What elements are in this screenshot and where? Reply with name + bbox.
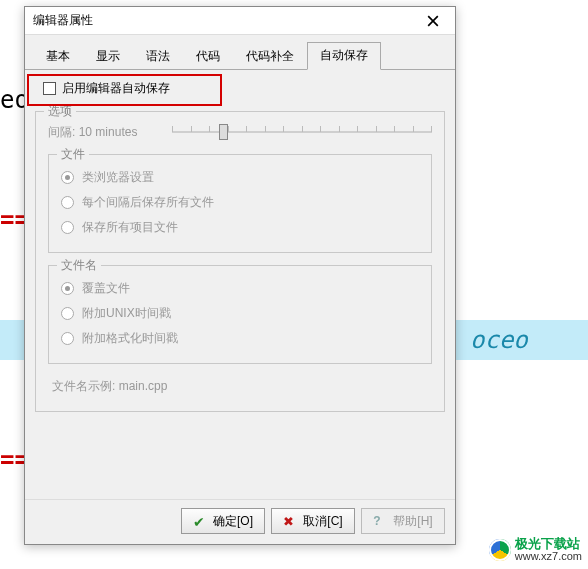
radio-icon[interactable] xyxy=(61,282,74,295)
interval-row: 间隔: 10 minutes xyxy=(48,122,432,142)
interval-slider[interactable] xyxy=(172,122,432,142)
tab-complete[interactable]: 代码补全 xyxy=(233,43,307,70)
cancel-button[interactable]: 取消[C] xyxy=(271,508,355,534)
radio-icon[interactable] xyxy=(61,332,74,345)
watermark: 极光下载站 www.xz7.com xyxy=(489,537,582,563)
ok-label: 确定[O] xyxy=(213,513,253,530)
x-icon xyxy=(283,514,297,528)
options-group: 选项 间隔: 10 minutes 文件 类浏览器设置 xyxy=(35,111,445,412)
help-label: 帮助[H] xyxy=(393,513,432,530)
window-title: 编辑器属性 xyxy=(33,12,93,29)
radio-label: 每个间隔后保存所有文件 xyxy=(82,194,214,211)
close-icon[interactable] xyxy=(417,10,449,32)
files-legend: 文件 xyxy=(57,146,89,163)
radio-label: 附加格式化时间戳 xyxy=(82,330,178,347)
radio-label: 附加UNIX时间戳 xyxy=(82,305,171,322)
tab-bar: 基本 显示 语法 代码 代码补全 自动保存 xyxy=(25,35,455,70)
enable-autosave-label: 启用编辑器自动保存 xyxy=(62,80,170,97)
editor-properties-dialog: 编辑器属性 基本 显示 语法 代码 代码补全 自动保存 启用编辑器自动保存 选项… xyxy=(24,6,456,545)
watermark-url: www.xz7.com xyxy=(515,550,582,563)
filename-example: 文件名示例: main.cpp xyxy=(48,364,432,399)
radio-icon[interactable] xyxy=(61,307,74,320)
filename-group: 文件名 覆盖文件 附加UNIX时间戳 附加格式化时间戳 xyxy=(48,265,432,364)
tab-syntax[interactable]: 语法 xyxy=(133,43,183,70)
options-legend: 选项 xyxy=(44,103,76,120)
radio-label: 覆盖文件 xyxy=(82,280,130,297)
radio-icon[interactable] xyxy=(61,171,74,184)
files-option-project[interactable]: 保存所有项目文件 xyxy=(61,215,419,240)
tab-autosave[interactable]: 自动保存 xyxy=(307,42,381,70)
filename-legend: 文件名 xyxy=(57,257,101,274)
slider-thumb[interactable] xyxy=(219,124,228,140)
radio-label: 类浏览器设置 xyxy=(82,169,154,186)
watermark-logo-icon xyxy=(489,539,511,561)
filename-option-overwrite[interactable]: 覆盖文件 xyxy=(61,276,419,301)
watermark-name: 极光下载站 xyxy=(515,537,582,550)
cancel-label: 取消[C] xyxy=(303,513,342,530)
filename-option-unix[interactable]: 附加UNIX时间戳 xyxy=(61,301,419,326)
dialog-buttons: 确定[O] 取消[C] 帮助[H] xyxy=(25,499,455,544)
files-option-browser[interactable]: 类浏览器设置 xyxy=(61,165,419,190)
help-button[interactable]: 帮助[H] xyxy=(361,508,445,534)
tab-code[interactable]: 代码 xyxy=(183,43,233,70)
titlebar: 编辑器属性 xyxy=(25,7,455,35)
enable-autosave-checkbox[interactable] xyxy=(43,82,56,95)
radio-icon[interactable] xyxy=(61,196,74,209)
ok-button[interactable]: 确定[O] xyxy=(181,508,265,534)
interval-label: 间隔: 10 minutes xyxy=(48,124,158,141)
radio-icon[interactable] xyxy=(61,221,74,234)
radio-label: 保存所有项目文件 xyxy=(82,219,178,236)
help-icon xyxy=(373,514,387,528)
files-option-all[interactable]: 每个间隔后保存所有文件 xyxy=(61,190,419,215)
filename-option-fmt[interactable]: 附加格式化时间戳 xyxy=(61,326,419,351)
enable-autosave-row[interactable]: 启用编辑器自动保存 xyxy=(35,76,445,105)
tab-content: 启用编辑器自动保存 选项 间隔: 10 minutes 文件 类浏 xyxy=(25,70,455,499)
check-icon xyxy=(193,514,207,528)
files-group: 文件 类浏览器设置 每个间隔后保存所有文件 保存所有项目文件 xyxy=(48,154,432,253)
tab-basic[interactable]: 基本 xyxy=(33,43,83,70)
tab-display[interactable]: 显示 xyxy=(83,43,133,70)
